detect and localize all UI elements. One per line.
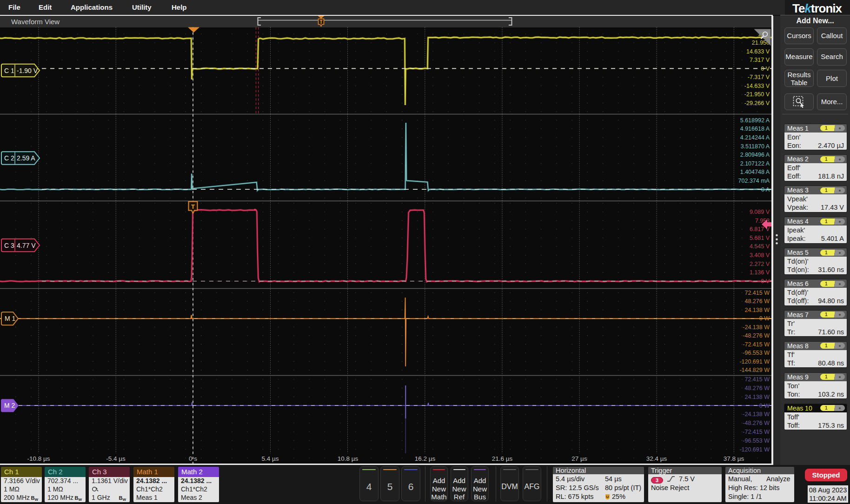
svg-text:1.136 V: 1.136 V <box>750 269 770 276</box>
svg-text:702.374 mA: 702.374 mA <box>738 178 770 184</box>
svg-text:0 W: 0 W <box>759 315 770 322</box>
svg-text:3.511870 A: 3.511870 A <box>741 143 770 150</box>
svg-text:-7.317 V: -7.317 V <box>748 74 770 80</box>
svg-text:72.415 W: 72.415 W <box>744 376 770 383</box>
svg-text:2.59 A: 2.59 A <box>17 154 35 162</box>
svg-text:5.4 µs: 5.4 µs <box>261 455 279 462</box>
svg-text:-14.633 V: -14.633 V <box>744 83 770 89</box>
svg-text:-5.4 µs: -5.4 µs <box>106 455 126 462</box>
svg-text:M 2: M 2 <box>4 402 15 409</box>
svg-text:24.138 W: 24.138 W <box>744 394 770 400</box>
svg-text:0 s: 0 s <box>189 455 197 462</box>
svg-text:27 µs: 27 µs <box>571 455 587 462</box>
svg-text:-24.138 W: -24.138 W <box>743 411 770 418</box>
svg-text:4.916618 A: 4.916618 A <box>740 126 770 132</box>
svg-text:C 3: C 3 <box>4 242 14 249</box>
svg-text:37.8 µs: 37.8 µs <box>724 455 744 462</box>
svg-text:C 1: C 1 <box>4 67 14 74</box>
svg-text:14.633 V: 14.633 V <box>746 48 770 55</box>
svg-text:2.107122 A: 2.107122 A <box>740 160 770 167</box>
svg-text:0 V: 0 V <box>761 278 770 285</box>
svg-text:10.8 µs: 10.8 µs <box>338 455 359 462</box>
svg-text:21.6 µs: 21.6 µs <box>492 455 513 462</box>
svg-text:-96.553 W: -96.553 W <box>743 350 770 356</box>
svg-text:1.404748 A: 1.404748 A <box>740 169 770 175</box>
svg-text:U: U <box>606 495 609 499</box>
svg-text:-96.553 W: -96.553 W <box>743 438 770 444</box>
svg-text:32.4 µs: 32.4 µs <box>646 455 667 462</box>
svg-text:T: T <box>191 203 195 210</box>
svg-text:72.415 W: 72.415 W <box>744 290 770 296</box>
svg-text:-72.415 W: -72.415 W <box>743 341 770 348</box>
svg-text:3.408 V: 3.408 V <box>750 252 770 259</box>
svg-text:-120.691 W: -120.691 W <box>739 358 770 365</box>
svg-text:5.681 V: 5.681 V <box>750 235 770 241</box>
svg-text:4.545 V: 4.545 V <box>750 243 770 250</box>
svg-text:-10.8 µs: -10.8 µs <box>27 455 50 462</box>
svg-text:0 W: 0 W <box>759 403 770 409</box>
svg-text:16.2 µs: 16.2 µs <box>415 455 436 462</box>
svg-text:-24.138 W: -24.138 W <box>743 324 770 331</box>
svg-text:0 V: 0 V <box>761 66 770 72</box>
svg-text:2.809496 A: 2.809496 A <box>740 152 770 158</box>
svg-text:0 A: 0 A <box>761 186 770 193</box>
svg-text:-144.829 W: -144.829 W <box>739 367 770 373</box>
svg-text:M 1: M 1 <box>5 315 16 322</box>
svg-text:24.138 W: 24.138 W <box>744 307 770 313</box>
svg-text:-120.691 W: -120.691 W <box>739 446 770 453</box>
svg-text:9.089 V: 9.089 V <box>750 209 770 215</box>
svg-text:-21.950 V: -21.950 V <box>744 91 770 98</box>
svg-text:C 2: C 2 <box>4 154 14 162</box>
svg-text:-1.90 V: -1.90 V <box>17 67 38 74</box>
svg-text:-72.415 W: -72.415 W <box>743 429 770 435</box>
svg-text:2.272 V: 2.272 V <box>750 261 770 267</box>
svg-text:-48.276 W: -48.276 W <box>743 332 770 339</box>
svg-text:-29.266 V: -29.266 V <box>744 100 770 106</box>
svg-text:4.77 V: 4.77 V <box>17 242 36 249</box>
svg-text:-48.276 W: -48.276 W <box>743 420 770 426</box>
svg-text:5.618992 A: 5.618992 A <box>740 117 770 124</box>
svg-text:48.276 W: 48.276 W <box>744 298 770 305</box>
svg-text:4.214244 A: 4.214244 A <box>740 134 770 141</box>
svg-text:7.317 V: 7.317 V <box>750 57 770 63</box>
svg-text:48.276 W: 48.276 W <box>744 385 770 391</box>
